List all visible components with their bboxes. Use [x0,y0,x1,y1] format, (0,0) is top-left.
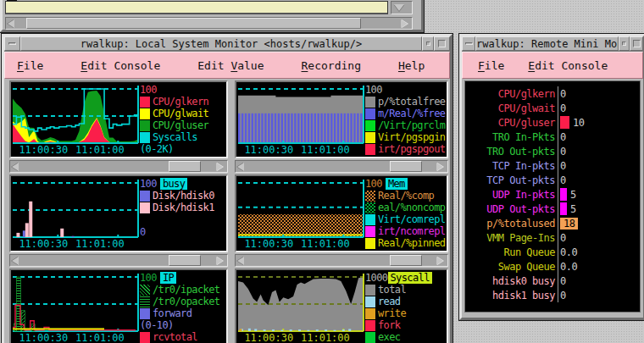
mini-titlebar[interactable]: rwalkup: Remote Mini Monitor. [462,36,643,52]
menu-item-help[interactable]: Help [398,59,425,72]
metric-label: TRO Out-pkts [465,146,555,158]
minimize-button[interactable] [619,36,630,51]
metric-value-cell: 5 [558,187,640,202]
metric-value: 5 [570,189,576,201]
maximize-button[interactable] [434,36,450,51]
metric-label: TRO In-Pkts [465,131,555,143]
metric-label: TCP In-pkts [465,160,555,172]
scroll-right-arrow[interactable] [214,161,227,172]
monitor-panel-disk: 11:00:3011:01:00100busyDisk/hdisk0Disk/h… [9,174,228,267]
scrollbar-thumb[interactable] [169,255,201,266]
scrollbar-thumb[interactable] [26,18,361,29]
scrollbar-trough[interactable] [248,161,435,172]
legend-entry: rcvtotal [140,331,226,343]
scrollbar-thumb[interactable] [169,161,201,172]
scroll-down-arrow[interactable] [391,2,412,14]
monitor-panel-syscall: 11:00:3011:01:001000Syscalltotalreadwrit… [235,268,448,343]
scrollbar-trough[interactable] [23,255,214,266]
legend-entry: /tr0/ipacket [140,284,226,296]
svg-text:11:00:30: 11:00:30 [244,238,293,250]
mini-row: hdisk0 busy0 [465,274,640,288]
scroll-left-arrow[interactable] [236,161,248,172]
menu-item-recording[interactable]: Recording [302,59,361,72]
clipped-document-window [0,0,424,32]
legend-swatch [140,202,150,213]
svg-text:11:00:30: 11:00:30 [19,144,68,156]
metric-value: 0.0 [560,261,577,273]
menu-item-edit-console[interactable]: Edit Console [528,59,608,72]
menu-item-edit-value[interactable]: Edit Value [197,59,264,72]
monitor-panel-memfree: 11:00:3011:01:00100p/%totalfreem/Real/%f… [235,80,448,173]
scroll-right-arrow[interactable] [399,18,412,29]
legend-swatch [365,202,375,213]
mini-row: Run Queue0.0 [465,245,640,259]
mini-row: CPU/glkern0 [465,86,640,101]
metric-label: CPU/glkern [465,88,555,100]
metric-label: Run Queue [465,246,555,258]
legend-swatch [140,97,150,108]
legend-label: Real/%pinned [378,237,446,249]
legend-entry: fork [365,319,447,331]
scrollbar-trough[interactable] [19,18,399,29]
metric-value: 0 [560,174,566,186]
window-menu-button[interactable] [462,36,475,51]
scrollbar-trough[interactable] [248,255,435,266]
disk-chart: 11:00:3011:01:00 [11,176,140,251]
legend-swatch [140,120,150,131]
minimize-button[interactable] [422,36,434,51]
scroll-right-arrow[interactable] [214,255,227,266]
legend-label: fork [378,319,401,331]
menu-item-file[interactable]: File [478,59,504,72]
panel-scrollbar[interactable] [235,254,448,267]
legend-label: m/Real/%free [378,108,446,119]
panel-scrollbar[interactable] [235,160,448,173]
legend-entry: irt/ncomrepl [365,225,447,237]
scroll-right-arrow[interactable] [435,255,447,266]
menu-item-file[interactable]: File [17,59,43,72]
metric-value-cell: 0.0 [558,245,640,259]
value-bar [560,202,567,215]
legend-entry: forward [140,307,226,319]
legend-label: (0-10) [140,319,174,331]
legend-entry: (0-10) [140,319,226,331]
scrollbar-thumb[interactable] [390,255,421,266]
scroll-left-arrow[interactable] [10,255,23,266]
legend-swatch [365,214,375,225]
legend-swatch [140,308,150,319]
svg-text:11:00:30: 11:00:30 [19,238,68,250]
legend-label: rcvtotal [153,331,197,343]
legend-entry: Disk/hdisk1 [140,202,226,213]
y-axis-max-label: 100 [140,178,157,190]
vertical-scrollbar[interactable] [391,1,413,14]
mini-row: Swap Queue0.0 [465,259,640,274]
scroll-left-arrow[interactable] [236,255,248,266]
menu-item-edit-console[interactable]: Edit Console [80,59,160,72]
main-titlebar[interactable]: rwalkup: Local System Monitor <hosts/rwa… [4,36,450,52]
scroll-right-arrow[interactable] [435,161,447,172]
legend-entry: /tr0/opacket [140,296,226,307]
legend-entry: CPU/gluser [140,119,226,131]
panel-scrollbar[interactable] [9,254,228,267]
scroll-left-arrow[interactable] [10,161,23,172]
scrollbar-thumb[interactable] [390,161,421,172]
mini-row: CPU/gluser10 [465,115,640,130]
window-menu-button[interactable] [4,36,20,51]
legend-swatch [365,97,375,108]
metric-value-cell: 0 [558,101,640,115]
maximize-button[interactable] [630,36,643,51]
panel-scrollbar[interactable] [9,160,228,173]
remote-mini-monitor-window: rwalkup: Remote Mini Monitor. FileEdit C… [459,34,644,320]
mini-row: TRO In-Pkts0 [465,130,640,144]
y-axis-max-label: 100 [365,84,382,96]
scroll-left-arrow[interactable] [6,18,19,29]
metric-label: hdisk0 busy [465,275,555,287]
horizontal-scrollbar[interactable] [5,17,413,30]
scrollbar-trough[interactable] [23,161,214,172]
legend-swatch [140,191,150,202]
legend-label: exec [378,331,401,343]
legend-label: irt/pgspgout [378,143,446,155]
legend-label: CPU/gluser [153,119,208,131]
legend-label: eal/%noncomp [378,202,446,213]
disk-legend: 100busyDisk/hdisk0Disk/hdisk10 [140,176,226,251]
legend-swatch [365,308,375,319]
